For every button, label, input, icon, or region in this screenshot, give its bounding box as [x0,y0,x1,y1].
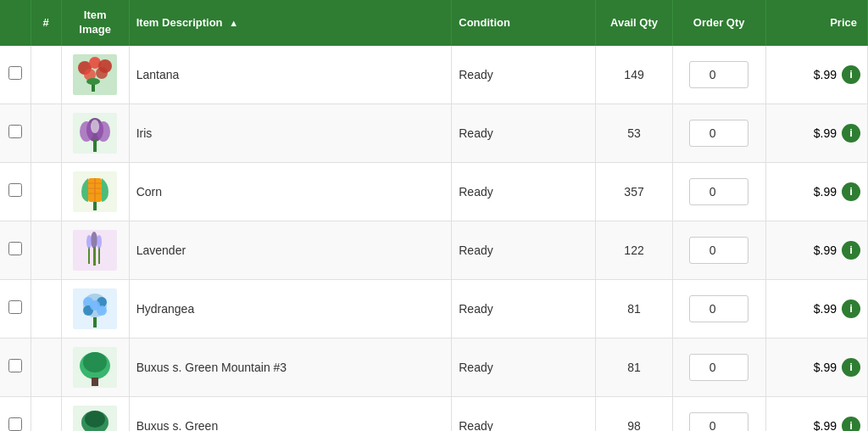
row-condition-cell: Ready [452,46,596,104]
row-price: $.99 [814,243,837,257]
plant-thumbnail [73,113,117,154]
row-price-cell: $.99 i [765,221,867,279]
svg-rect-13 [93,140,97,152]
row-checkbox-cell [0,104,31,162]
row-number-cell [31,162,61,221]
plant-thumbnail [73,230,117,271]
row-description-cell: Buxus s. Green [129,396,452,431]
row-order-qty-cell [672,396,765,431]
product-table: # Item Image Item Description ▲ Conditio… [0,0,868,431]
row-price: $.99 [814,419,837,431]
row-condition-cell: Ready [452,162,596,221]
table-row: Iris Ready 53 $.99 i [0,104,868,162]
row-order-qty-cell [672,104,765,162]
svg-rect-20 [93,202,97,210]
row-price-cell: $.99 i [765,104,867,162]
row-order-qty-cell [672,162,765,221]
plant-thumbnail [73,171,117,212]
row-condition: Ready [459,68,492,81]
svg-point-42 [85,411,105,428]
row-avail-qty: 81 [627,302,641,316]
header-item-description[interactable]: Item Description ▲ [129,0,452,46]
svg-point-7 [86,78,100,85]
table-row: Lantana Ready 149 $.99 i [0,46,868,104]
row-order-qty-input[interactable] [689,178,748,205]
row-price: $.99 [814,126,837,140]
header-item-image: Item Image [61,0,129,46]
row-condition: Ready [459,243,492,257]
row-image-cell [61,396,129,431]
row-info-icon[interactable]: i [842,417,860,431]
row-order-qty-cell [672,279,765,338]
header-price: Price [765,0,867,46]
row-checkbox-cell [0,279,31,338]
row-avail-qty: 53 [627,126,641,140]
row-checkbox-cell [0,338,31,396]
table-row: Buxus s. Green Ready 98 $.99 i [0,396,868,431]
row-avail-qty-cell: 98 [596,396,672,431]
row-image-cell [61,221,129,279]
plant-thumbnail [73,406,117,431]
row-price: $.99 [814,302,837,316]
svg-point-5 [96,67,108,79]
row-price: $.99 [814,185,837,199]
row-description: Lavender [136,243,186,257]
row-order-qty-input[interactable] [689,120,748,147]
row-avail-qty: 122 [624,243,643,257]
plant-thumbnail [73,288,117,329]
row-order-qty-input[interactable] [689,295,748,322]
svg-rect-39 [92,378,98,386]
row-image-cell [61,279,129,338]
header-number: # [31,0,61,46]
row-description-cell: Buxus s. Green Mountain #3 [129,338,452,396]
row-price-cell: $.99 i [765,162,867,221]
row-checkbox[interactable] [8,66,22,80]
row-avail-qty: 98 [627,419,641,431]
row-avail-qty-cell: 81 [596,279,672,338]
svg-point-26 [86,235,92,249]
table-body: Lantana Ready 149 $.99 i [0,46,868,431]
row-info-icon[interactable]: i [842,299,860,318]
row-number-cell [31,221,61,279]
row-avail-qty-cell: 357 [596,162,672,221]
row-price: $.99 [814,68,837,81]
row-condition: Ready [459,302,492,316]
svg-rect-23 [88,247,90,264]
svg-rect-22 [93,247,96,266]
svg-point-34 [90,300,100,311]
row-avail-qty-cell: 53 [596,104,672,162]
table-row: Lavender Ready 122 $.99 i [0,221,868,279]
row-checkbox[interactable] [8,300,22,314]
row-checkbox[interactable] [8,359,22,372]
header-checkbox [0,0,31,46]
row-description-cell: Lantana [129,46,452,104]
row-image-cell [61,46,129,104]
row-info-icon[interactable]: i [842,241,860,260]
row-image-cell [61,338,129,396]
row-checkbox[interactable] [8,125,22,138]
row-checkbox[interactable] [8,242,22,255]
row-order-qty-input[interactable] [689,61,748,88]
row-image-cell [61,104,129,162]
row-info-icon[interactable]: i [842,358,860,377]
header-condition: Condition [452,0,596,46]
row-checkbox[interactable] [8,183,22,197]
row-info-icon[interactable]: i [842,182,860,201]
row-image-cell [61,162,129,221]
row-order-qty-input[interactable] [689,237,748,264]
row-info-icon[interactable]: i [842,124,860,143]
row-avail-qty: 81 [627,361,641,374]
table-row: Hydrangea Ready 81 $.99 i [0,279,868,338]
row-info-icon[interactable]: i [842,65,860,84]
row-condition-cell: Ready [452,221,596,279]
row-description-cell: Lavender [129,221,452,279]
svg-rect-35 [93,317,97,327]
row-order-qty-input[interactable] [689,354,748,381]
row-checkbox[interactable] [8,417,22,431]
row-order-qty-input[interactable] [689,412,748,431]
plant-thumbnail [73,54,117,95]
row-checkbox-cell [0,162,31,221]
plant-thumbnail [73,347,117,388]
row-condition-cell: Ready [452,104,596,162]
row-avail-qty: 357 [624,185,643,199]
